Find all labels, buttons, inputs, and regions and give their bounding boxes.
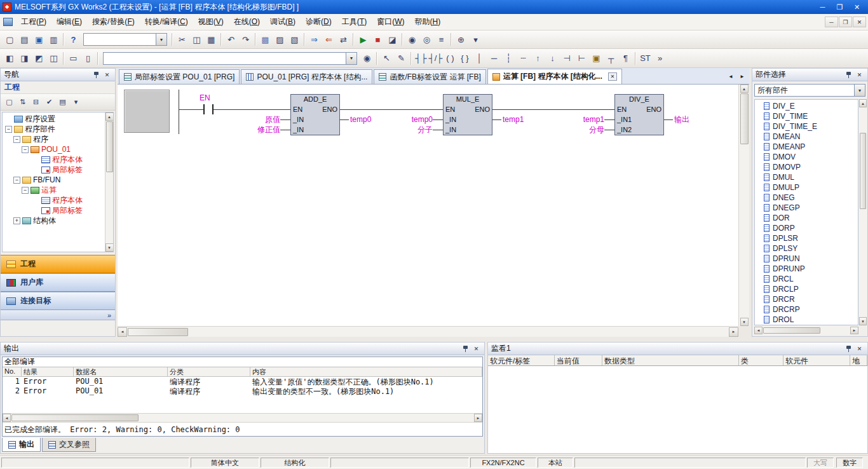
parts-item[interactable]: DPRUN	[755, 254, 858, 264]
parameter-setting-icon[interactable]: ▩	[258, 32, 273, 46]
parts-item[interactable]: DORP	[755, 223, 858, 233]
editor-horizontal-scrollbar[interactable]: ◄ ►	[118, 326, 738, 337]
function-block-div-e[interactable]: DIV_E ENENO _IN1 _IN2	[614, 94, 664, 135]
horizontal-line-icon[interactable]: ─	[487, 51, 501, 65]
parts-item[interactable]: DMUL	[755, 172, 858, 182]
tab-local-label-pou01[interactable]: 局部标签设置 POU_01 [PRG]	[119, 69, 240, 84]
toolbar-separator[interactable]	[304, 33, 305, 46]
vertical-line-icon[interactable]: │	[472, 51, 487, 65]
scroll-right-icon[interactable]: ►	[850, 327, 858, 334]
parts-item[interactable]: DPLSR	[755, 233, 858, 243]
toolbar-separator[interactable]	[402, 33, 403, 46]
open-contact-icon[interactable]: ┤├	[414, 51, 428, 65]
input-variable-label[interactable]: 原值	[236, 115, 280, 124]
tree-item-program-parts[interactable]: −程序部件	[3, 124, 113, 134]
open-project-icon[interactable]: ▤	[17, 32, 32, 46]
tree-item-pou01-body[interactable]: 程序本体	[3, 154, 113, 165]
parts-item[interactable]: DMULP	[755, 182, 858, 193]
cross-reference-icon[interactable]: ◎	[419, 32, 434, 46]
tree-item-program[interactable]: −程序	[3, 134, 113, 144]
combo-dropdown-icon[interactable]: ▾	[156, 34, 166, 45]
minimize-button[interactable]: ─	[814, 1, 831, 13]
parts-item[interactable]: DRCRP	[755, 304, 858, 315]
parts-item[interactable]: DROLP	[755, 325, 858, 325]
en-contact-label[interactable]: EN	[200, 93, 210, 102]
menu-view[interactable]: 视图(V)	[193, 14, 229, 30]
scroll-left-icon[interactable]: ◄	[754, 327, 763, 334]
tab-scroll-right-icon[interactable]: ►	[737, 72, 747, 81]
toolbar-separator[interactable]	[635, 52, 636, 65]
interconnect-mode-icon[interactable]: ✎	[394, 51, 409, 65]
toolbar-separator[interactable]	[410, 52, 412, 65]
parts-item[interactable]: DPRUNP	[755, 264, 858, 274]
watch-window-icon[interactable]: ◪	[385, 32, 400, 46]
statement-display-icon[interactable]: ▯	[81, 51, 95, 65]
tree-item-struct[interactable]: +结构体	[3, 215, 113, 226]
coil-icon[interactable]: ( )	[443, 51, 458, 65]
pin-icon[interactable]	[93, 71, 100, 79]
parts-item[interactable]: DNEG	[755, 193, 858, 203]
parts-item[interactable]: DROL	[755, 315, 858, 325]
tree-item-yunsuan-local-label[interactable]: 局部标签	[3, 205, 113, 215]
monitor-stop-icon[interactable]: ■	[370, 32, 385, 46]
parts-horizontal-scrollbar[interactable]: ◄ ►	[754, 326, 858, 335]
scroll-thumb[interactable]	[763, 327, 820, 334]
menu-debug[interactable]: 调试(B)	[265, 14, 301, 30]
collapse-icon[interactable]: −	[13, 177, 20, 184]
menu-online[interactable]: 在线(O)	[229, 14, 265, 30]
parts-item[interactable]: DMOVP	[755, 162, 858, 172]
tab-fb-label-yunsuan[interactable]: 函数/FB标签设置 运算 [FB]	[374, 69, 485, 84]
parts-item[interactable]: DNEGP	[755, 203, 858, 213]
overflow-chevron-icon[interactable]: ▾	[468, 32, 483, 46]
toolbar-separator[interactable]	[97, 52, 98, 65]
nav-button-project[interactable]: 工程	[1, 255, 115, 273]
project-combo[interactable]: ▾	[83, 33, 167, 46]
menu-convert-compile[interactable]: 转换/编译(C)	[140, 14, 193, 30]
output-error-row[interactable]: 2 Error POU_01 编译程序 输出变量的类型不一致。(梯形图块No.1…	[3, 386, 482, 396]
menu-tool[interactable]: 工具(T)	[337, 14, 372, 30]
device-use-list-icon[interactable]: ≡	[434, 32, 449, 46]
label-setting-icon[interactable]: ▨	[273, 32, 287, 46]
input-variable-label[interactable]: 修正值	[236, 125, 280, 134]
input-variable-label[interactable]: 分母	[560, 125, 604, 134]
scroll-right-icon[interactable]: ►	[474, 414, 482, 422]
close-icon[interactable]: ✕	[471, 344, 481, 353]
function-block-add-e[interactable]: ADD_E ENENO _IN _IN	[290, 94, 340, 135]
nav-collapse-all-icon[interactable]: ⊟	[29, 96, 43, 109]
combo-dropdown-icon[interactable]: ▾	[346, 53, 356, 64]
nav-program-check-icon[interactable]: ✔	[43, 96, 56, 109]
parts-filter-combo[interactable]: 所有部件 ▾	[754, 84, 865, 97]
editor-vertical-scrollbar[interactable]: ▲ ▼	[738, 85, 749, 326]
input-variable-label[interactable]: 分子	[388, 125, 433, 134]
close-button[interactable]: ✕	[848, 1, 865, 13]
nav-buttons-overflow[interactable]: »	[1, 310, 115, 320]
output-variable-label[interactable]: temp0	[350, 115, 371, 124]
mdi-minimize-button[interactable]: ─	[825, 17, 838, 27]
find-combo[interactable]: ▾	[103, 52, 357, 65]
function-block-icon[interactable]: ▣	[589, 51, 604, 65]
scroll-up-icon[interactable]: ▲	[859, 99, 867, 107]
toolbar-separator[interactable]	[63, 52, 64, 65]
redo-icon[interactable]: ↷	[238, 32, 253, 46]
delete-vertical-line-icon[interactable]: ┆	[501, 51, 516, 65]
pin-icon[interactable]	[845, 344, 852, 353]
scroll-up-icon[interactable]: ▲	[740, 85, 749, 93]
tab-pou01-body[interactable]: POU_01 [PRG] 程序本体 [结构...	[241, 69, 372, 84]
verify-with-plc-icon[interactable]: ⇄	[336, 32, 351, 46]
scroll-thumb[interactable]	[860, 133, 866, 209]
output-variable-label[interactable]: temp1	[503, 115, 524, 124]
navigation-window-icon[interactable]: ◧	[3, 51, 17, 65]
close-icon[interactable]: ✕	[855, 71, 864, 79]
tree-scrollbar[interactable]: ▲ ▼	[105, 112, 113, 252]
toolbar-separator[interactable]	[220, 33, 222, 46]
new-project-icon[interactable]: ▢	[3, 32, 17, 46]
tree-item-pou01-local-label[interactable]: 局部标签	[3, 165, 113, 175]
collapse-icon[interactable]: −	[5, 126, 12, 133]
element-selection-window-icon[interactable]: ◨	[17, 51, 32, 65]
application-instruction-icon[interactable]: { }	[458, 51, 472, 65]
nav-sort-icon[interactable]: ⇅	[16, 96, 29, 109]
closed-contact-icon[interactable]: ┤/├	[428, 51, 443, 65]
tab-scroll-left-icon[interactable]: ◄	[726, 72, 736, 81]
close-icon[interactable]: ✕	[102, 71, 112, 79]
scroll-up-icon[interactable]: ▲	[105, 112, 114, 121]
